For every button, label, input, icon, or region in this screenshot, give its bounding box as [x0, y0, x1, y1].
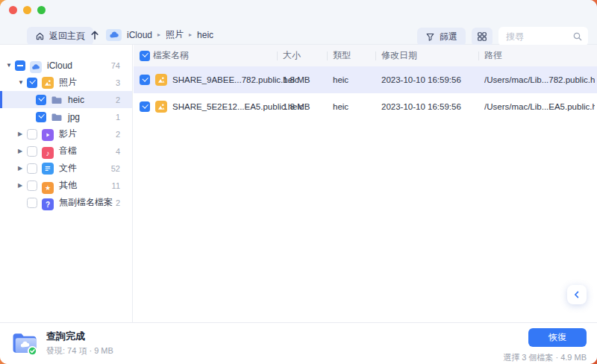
back-home-label: 返回主頁	[49, 30, 85, 43]
sidebar-item-videos[interactable]: ▶ 影片 2	[0, 125, 132, 142]
video-icon	[42, 128, 54, 140]
table-row[interactable]: SHARE_9ABEE...782.public.heic 1.8 MB hei…	[134, 66, 597, 93]
sidebar-item-label: 文件	[59, 162, 77, 175]
traffic-lights	[9, 6, 46, 14]
breadcrumb-item-icloud[interactable]: iCloud	[127, 30, 152, 40]
collapse-panel-button[interactable]	[567, 285, 587, 304]
sidebar-item-label: 無副檔名檔案	[59, 196, 113, 209]
row-checkbox[interactable]	[140, 101, 150, 112]
image-file-icon	[155, 101, 167, 114]
document-icon	[42, 163, 54, 175]
grid-view-icon	[477, 31, 487, 42]
close-window-button[interactable]	[9, 6, 17, 14]
heic-checkbox[interactable]	[36, 95, 46, 105]
expander-right-icon[interactable]: ▶	[18, 165, 27, 172]
grid-view-button[interactable]	[472, 28, 493, 46]
file-path: /Users/mac/Lib...EA5.public.heic	[484, 102, 595, 111]
file-name: SHARE_9ABEE...782.public.heic	[172, 75, 298, 84]
others-checkbox[interactable]	[27, 181, 37, 191]
breadcrumb-item-heic[interactable]: heic	[197, 30, 213, 40]
table-header: 檔案名稱 大小 類型 修改日期 路徑	[134, 45, 597, 66]
sidebar-item-photos[interactable]: ▼ 照片 3	[0, 74, 132, 91]
expander-right-icon[interactable]: ▶	[18, 182, 27, 189]
photos-checkbox[interactable]	[27, 78, 37, 88]
search-icon	[572, 31, 583, 45]
jpg-checkbox[interactable]	[36, 112, 46, 122]
icloud-checkbox[interactable]	[15, 60, 25, 71]
sidebar-item-icloud[interactable]: ▼ iCloud 74	[0, 57, 132, 74]
breadcrumb: iCloud ▸ 照片 ▸ heic	[106, 28, 213, 41]
column-header-path: 路徑	[484, 49, 502, 62]
sidebar-item-label: 音檔	[59, 145, 77, 157]
item-count: 52	[111, 164, 120, 173]
photos-icon	[42, 77, 54, 89]
image-file-icon	[155, 74, 167, 87]
home-icon	[35, 31, 45, 41]
sidebar: ▼ iCloud 74 ▼ 照片 3	[0, 45, 133, 322]
toolbar: 返回主頁 iCloud ▸ 照片 ▸ heic 篩選	[0, 0, 597, 45]
table-row[interactable]: SHARE_5E2E12...EA5.public.heic 1.8 MB he…	[134, 93, 597, 120]
sidebar-item-label: heic	[68, 95, 84, 105]
sidebar-item-label: jpg	[68, 112, 80, 122]
scan-status-title: 查詢完成	[46, 330, 85, 343]
expander-down-icon[interactable]: ▼	[18, 79, 27, 86]
expander-down-icon[interactable]: ▼	[6, 62, 15, 69]
folder-icon	[51, 111, 63, 123]
sidebar-item-no-extension[interactable]: ? 無副檔名檔案 2	[0, 194, 132, 211]
column-header-modified: 修改日期	[381, 49, 417, 62]
filter-button[interactable]: 篩選	[417, 28, 466, 46]
chevron-right-icon: ▸	[157, 31, 160, 38]
file-size: 1.8 MB	[283, 102, 310, 111]
sidebar-item-heic[interactable]: heic 2	[0, 91, 132, 108]
up-level-button[interactable]	[88, 29, 101, 43]
no-extension-checkbox[interactable]	[27, 198, 37, 208]
zoom-window-button[interactable]	[37, 6, 46, 14]
filter-funnel-icon	[425, 32, 435, 42]
audio-checkbox[interactable]	[27, 146, 37, 157]
expander-right-icon[interactable]: ▶	[18, 148, 27, 154]
scan-status-summary: 發現: 74 項 · 9 MB	[46, 345, 113, 357]
folder-icon	[51, 94, 63, 106]
minimize-window-button[interactable]	[23, 6, 31, 14]
sidebar-item-jpg[interactable]: jpg 1	[0, 108, 132, 125]
file-table: 檔案名稱 大小 類型 修改日期 路徑 SHARE_9ABEE...782.pub…	[134, 45, 597, 322]
file-modified: 2023-10-10 16:59:56	[381, 75, 461, 84]
sidebar-item-documents[interactable]: ▶ 文件 52	[0, 160, 132, 177]
toolbar-right: 篩選	[417, 27, 588, 46]
sidebar-item-others[interactable]: ▶ ★ 其他 11	[0, 177, 132, 194]
file-path: /Users/mac/Lib...782.public.heic	[484, 75, 595, 84]
recover-button[interactable]: 恢復	[528, 328, 587, 347]
icloud-icon	[106, 29, 122, 41]
sidebar-item-label: 影片	[59, 128, 77, 140]
chevron-left-icon	[572, 289, 582, 300]
item-count: 11	[112, 181, 120, 190]
item-count: 2	[116, 130, 120, 139]
sidebar-item-audio[interactable]: ▶ ♪ 音檔 4	[0, 142, 132, 160]
documents-checkbox[interactable]	[27, 163, 37, 174]
app-window: 返回主頁 iCloud ▸ 照片 ▸ heic 篩選	[0, 0, 597, 364]
item-count: 4	[116, 147, 120, 156]
select-all-checkbox[interactable]	[140, 51, 150, 61]
scan-complete-folder-icon	[10, 329, 40, 362]
arrow-up-icon	[89, 29, 101, 41]
column-header-type: 類型	[333, 49, 351, 62]
videos-checkbox[interactable]	[27, 129, 37, 139]
star-icon: ★	[42, 180, 54, 192]
chevron-right-icon: ▸	[189, 31, 192, 38]
audio-icon: ♪	[42, 145, 54, 157]
status-bar: 查詢完成 發現: 74 項 · 9 MB 恢復 選擇 3 個檔案 · 4.9 M…	[0, 322, 597, 364]
file-size: 1.8 MB	[283, 75, 310, 84]
back-home-button[interactable]: 返回主頁	[27, 27, 93, 46]
sidebar-item-label: iCloud	[47, 60, 72, 71]
file-type: heic	[333, 75, 348, 84]
expander-right-icon[interactable]: ▶	[18, 131, 27, 137]
row-checkbox[interactable]	[140, 75, 150, 85]
cloud-icon	[30, 60, 42, 72]
question-icon: ?	[42, 197, 54, 209]
breadcrumb-item-photos[interactable]: 照片	[166, 28, 184, 41]
item-count: 1	[116, 113, 120, 122]
item-count: 3	[116, 78, 120, 87]
item-count: 2	[116, 95, 120, 104]
file-type: heic	[333, 102, 348, 111]
item-count: 74	[111, 61, 120, 70]
